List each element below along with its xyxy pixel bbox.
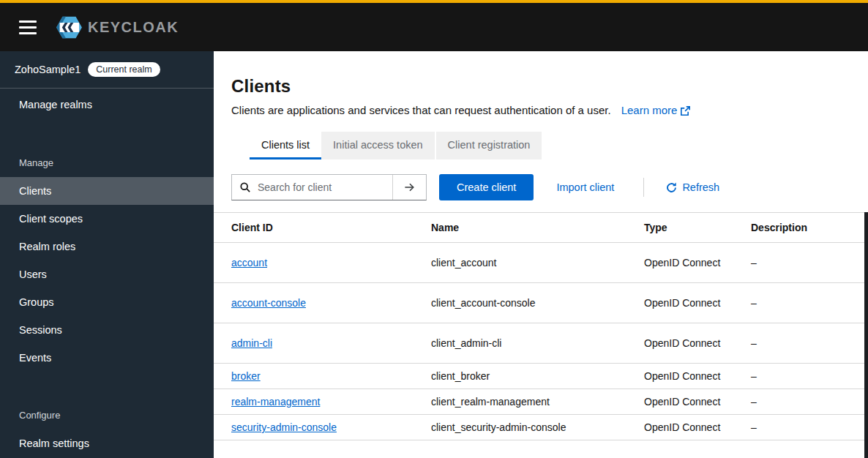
tab-initial-access-token[interactable]: Initial access token [321,132,435,159]
client-search-group [231,174,427,200]
keycloak-logo: KEYCLOAK [56,16,179,39]
client-id-link[interactable]: account-console [231,297,306,309]
client-name-cell: client_realm-management [431,389,644,415]
column-header-name: Name [431,213,644,243]
client-id-link[interactable]: broker [231,370,261,382]
sidebar-item-manage-realms[interactable]: Manage realms [0,89,214,121]
client-description-cell: – [751,323,868,364]
client-name-cell: client_broker [431,364,644,389]
client-id-link[interactable]: security-admin-console [231,421,337,433]
table-row: admin-cli client_admin-cli OpenID Connec… [214,323,868,364]
column-header-type: Type [644,213,751,243]
client-description-cell: – [751,283,868,323]
client-name-cell: client_account-console [431,283,644,323]
sidebar-item-client-scopes[interactable]: Client scopes [0,205,214,233]
realm-name: ZohoSample1 [15,64,81,75]
tab-clients-list[interactable]: Clients list [250,132,321,159]
column-header-client-id: Client ID [214,213,431,243]
sidebar-item-groups[interactable]: Groups [0,288,214,316]
brand-accent-bar [0,0,868,3]
external-link-icon [681,106,690,116]
page-description-row: Clients are applications and services th… [231,104,850,117]
client-id-link[interactable]: realm-management [231,396,320,408]
import-client-link[interactable]: Import client [556,181,614,193]
client-type-cell: OpenID Connect [644,389,751,415]
nav-toggle-button[interactable] [19,20,37,34]
client-type-cell: OpenID Connect [644,323,751,364]
hamburger-icon [19,20,37,23]
table-row: account-console client_account-console O… [214,283,868,323]
table-header-row: Client ID Name Type Description [214,213,868,243]
table-row: realm-management client_realm-management… [214,389,868,415]
toolbar-divider [643,178,644,197]
page-title: Clients [231,76,850,97]
sidebar-section-manage: Manage [0,157,214,168]
keycloak-logo-text: KEYCLOAK [88,19,179,36]
client-name-cell: client_admin-cli [431,323,644,364]
learn-more-link[interactable]: Learn more [621,104,691,117]
client-id-link[interactable]: account [231,257,267,269]
tab-bar: Clients list Initial access token Client… [214,132,868,159]
clients-table: Client ID Name Type Description account … [214,212,868,440]
client-description-cell: – [751,364,868,389]
client-type-cell: OpenID Connect [644,243,751,283]
main-content: Clients Clients are applications and ser… [214,51,868,458]
sidebar-item-sessions[interactable]: Sessions [0,316,214,344]
search-submit-button[interactable] [392,175,426,200]
arrow-right-icon [404,182,415,192]
client-type-cell: OpenID Connect [644,415,751,440]
refresh-link[interactable]: Refresh [666,181,719,193]
toolbar: Create client Import client Refresh [214,159,868,212]
client-type-cell: OpenID Connect [644,283,751,323]
sidebar-item-realm-roles[interactable]: Realm roles [0,233,214,260]
keycloak-admin-console: KEYCLOAK ZohoSample1 Current realm Manag… [0,0,868,458]
client-description-cell: – [751,243,868,283]
page-description: Clients are applications and services th… [231,104,611,116]
client-name-cell: client_account [431,243,644,283]
client-type-cell: OpenID Connect [644,364,751,389]
create-client-button[interactable]: Create client [439,174,534,200]
sidebar-item-realm-settings[interactable]: Realm settings [0,429,214,457]
tab-client-registration[interactable]: Client registration [436,132,542,159]
column-header-description: Description [751,213,868,243]
sidebar-section-configure: Configure [0,410,214,421]
search-icon [232,182,256,192]
refresh-icon [666,182,677,193]
sidebar-item-events[interactable]: Events [0,344,214,372]
scrollbar[interactable] [864,212,868,458]
sidebar: ZohoSample1 Current realm Manage realms … [0,51,214,458]
table-row: account client_account OpenID Connect – [214,243,868,283]
search-input[interactable] [256,181,392,194]
table-row: security-admin-console client_security-a… [214,415,868,440]
keycloak-logo-icon [56,16,83,39]
client-id-link[interactable]: admin-cli [231,337,272,349]
current-realm-badge: Current realm [88,62,160,77]
client-description-cell: – [751,415,868,440]
sidebar-item-users[interactable]: Users [0,260,214,288]
sidebar-item-clients[interactable]: Clients [0,177,214,205]
masthead: KEYCLOAK [0,3,868,51]
client-description-cell: – [751,389,868,415]
table-row: broker client_broker OpenID Connect – [214,364,868,389]
page-header: Clients Clients are applications and ser… [214,51,868,117]
client-name-cell: client_security-admin-console [431,415,644,440]
realm-selector[interactable]: ZohoSample1 Current realm [0,51,214,89]
